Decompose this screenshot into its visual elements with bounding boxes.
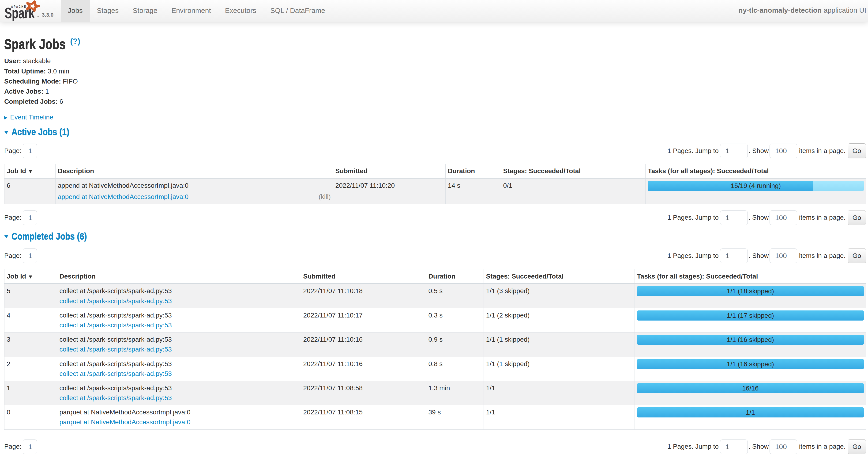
svg-text:™: ™ [37,16,39,18]
svg-text:APACHE: APACHE [11,5,27,8]
